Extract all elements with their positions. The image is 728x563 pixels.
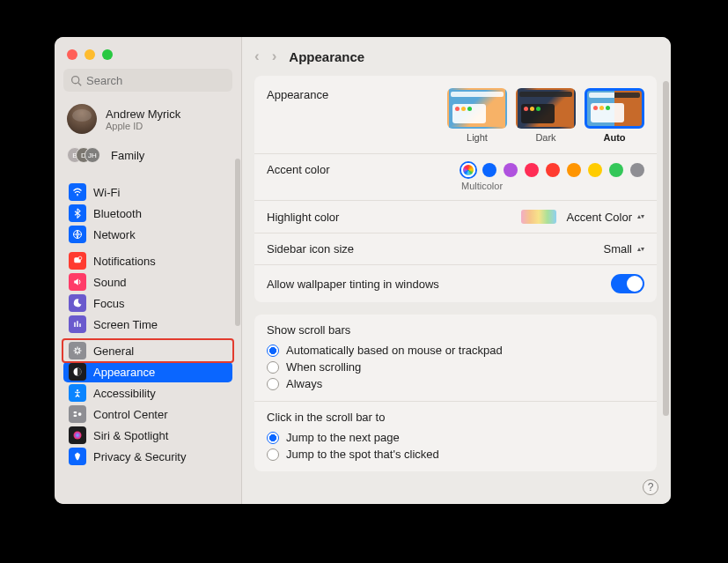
radio-icon: [267, 432, 279, 444]
appearance-thumb-dark: [516, 88, 576, 129]
search-field[interactable]: [63, 69, 232, 92]
svg-rect-6: [74, 322, 76, 327]
accent-swatch[interactable]: [461, 163, 475, 177]
accent-swatch[interactable]: [630, 163, 644, 177]
sidebar-scroll: Andrew Myrick Apple ID BDJH Family Wi-Fi…: [55, 99, 241, 504]
appearance-option-dark[interactable]: Dark: [516, 88, 576, 143]
highlight-label: Highlight color: [267, 211, 339, 224]
screentime-icon: [69, 315, 86, 333]
svg-rect-8: [79, 323, 81, 327]
sidebar-size-select[interactable]: Small ▴▾: [603, 242, 644, 256]
radio-icon: [267, 361, 279, 374]
svg-point-2: [77, 195, 78, 196]
sidebar-item-sound[interactable]: Sound: [63, 271, 232, 293]
accent-swatch[interactable]: [504, 163, 518, 177]
chevron-updown-icon: ▴▾: [637, 214, 644, 219]
sidebar-item-label: Siri & Spotlight: [93, 429, 168, 442]
sidebar-item-label: Bluetooth: [93, 207, 142, 220]
sidebar-item-network[interactable]: Network: [63, 224, 232, 245]
scrollbars-option[interactable]: When scrolling: [267, 359, 644, 375]
sidebar-item-general[interactable]: General: [63, 340, 232, 361]
scrollbars-title: Show scroll bars: [267, 323, 644, 337]
clickscroll-option[interactable]: Jump to the next page: [267, 429, 644, 446]
sidebar-item-label: Wi-Fi: [93, 186, 120, 199]
focus-icon: [69, 294, 86, 312]
bluetooth-icon: [69, 204, 86, 222]
svg-rect-7: [77, 321, 78, 327]
sidebar-item-focus[interactable]: Focus: [63, 293, 232, 314]
appearance-option-auto[interactable]: Auto: [585, 88, 644, 143]
main-scrollbar[interactable]: [663, 81, 669, 416]
clickscroll-option[interactable]: Jump to the spot that's clicked: [267, 446, 644, 463]
scrollbars-option[interactable]: Always: [267, 375, 644, 392]
sound-icon: [69, 273, 86, 291]
appearance-thumbs: LightDarkAuto: [447, 88, 644, 143]
tinting-toggle[interactable]: [611, 274, 644, 293]
svg-point-14: [78, 412, 82, 416]
help-button[interactable]: ?: [643, 479, 658, 495]
sidebar-item-accessibility[interactable]: Accessibility: [63, 382, 232, 404]
controlcenter-icon: [69, 405, 86, 423]
clickscroll-title: Click in the scroll bar to: [267, 411, 644, 424]
search-input[interactable]: [86, 74, 225, 87]
accent-swatch[interactable]: [567, 163, 581, 177]
accent-swatch[interactable]: [588, 163, 602, 177]
network-icon: [69, 226, 86, 243]
zoom-icon[interactable]: [102, 49, 113, 60]
scrollbars-option[interactable]: Automatically based on mouse or trackpad: [267, 342, 644, 359]
back-button[interactable]: ‹: [254, 48, 260, 65]
sidebar: Andrew Myrick Apple ID BDJH Family Wi-Fi…: [55, 37, 242, 504]
accent-swatch[interactable]: [525, 163, 539, 177]
sidebar-item-family[interactable]: BDJH Family: [63, 139, 232, 176]
sidebar-item-label: Privacy & Security: [93, 450, 186, 463]
search-icon: [70, 75, 82, 86]
svg-point-15: [74, 432, 82, 440]
sidebar-item-appleid[interactable]: Andrew Myrick Apple ID: [63, 99, 232, 139]
settings-window: Andrew Myrick Apple ID BDJH Family Wi-Fi…: [55, 37, 671, 504]
sidebar-item-notifications[interactable]: Notifications: [63, 250, 232, 271]
appearance-option-light[interactable]: Light: [447, 88, 507, 143]
sidebar-item-siri[interactable]: Siri & Spotlight: [63, 425, 232, 446]
forward-button[interactable]: ›: [272, 48, 277, 65]
accent-swatch[interactable]: [609, 163, 623, 177]
sidebar-item-privacy[interactable]: Privacy & Security: [63, 446, 232, 467]
sidebar-item-appearance[interactable]: Appearance: [63, 361, 232, 382]
accessibility-icon: [69, 384, 86, 402]
appearance-thumb-light: [447, 88, 507, 129]
header: ‹ › Appearance: [242, 37, 671, 76]
appearance-icon: [69, 363, 86, 381]
accent-swatch[interactable]: [482, 163, 496, 177]
close-icon[interactable]: [67, 49, 77, 60]
highlight-swatch-icon: [521, 210, 556, 224]
family-label: Family: [111, 149, 144, 162]
general-icon: [69, 342, 86, 359]
accent-label: Accent color: [267, 163, 330, 176]
wifi-icon: [69, 183, 86, 201]
sidebar-item-bluetooth[interactable]: Bluetooth: [63, 203, 232, 224]
accent-swatch[interactable]: [546, 163, 560, 177]
svg-point-9: [76, 349, 80, 353]
radio-icon: [267, 344, 279, 357]
highlight-select[interactable]: Accent Color ▴▾: [521, 210, 644, 224]
sidebar-item-label: Accessibility: [93, 387, 156, 400]
sidebar-item-label: Notifications: [93, 255, 156, 268]
siri-icon: [69, 426, 86, 444]
appearance-panel: Appearance LightDarkAuto Accent color Mu…: [254, 76, 657, 302]
sidebar-item-screentime[interactable]: Screen Time: [63, 314, 232, 335]
appearance-label: Appearance: [267, 88, 328, 101]
appearance-thumb-auto: [585, 88, 644, 129]
minimize-icon[interactable]: [85, 49, 95, 60]
svg-rect-12: [74, 411, 77, 413]
user-name: Andrew Myrick: [106, 107, 180, 121]
sidebar-item-wifi[interactable]: Wi-Fi: [63, 181, 232, 203]
sidebar-item-controlcenter[interactable]: Control Center: [63, 404, 232, 425]
main-panel: ‹ › Appearance Appearance LightDarkAuto …: [242, 37, 671, 504]
sidebar-item-label: Sound: [93, 276, 127, 289]
tinting-label: Allow wallpaper tinting in windows: [267, 278, 439, 291]
sidebar-scrollbar[interactable]: [235, 159, 240, 326]
sidebar-item-label: Appearance: [93, 366, 155, 379]
svg-point-5: [78, 256, 82, 260]
sidebar-size-label: Sidebar icon size: [267, 242, 354, 256]
privacy-icon: [69, 448, 86, 465]
user-sub: Apple ID: [106, 121, 180, 131]
